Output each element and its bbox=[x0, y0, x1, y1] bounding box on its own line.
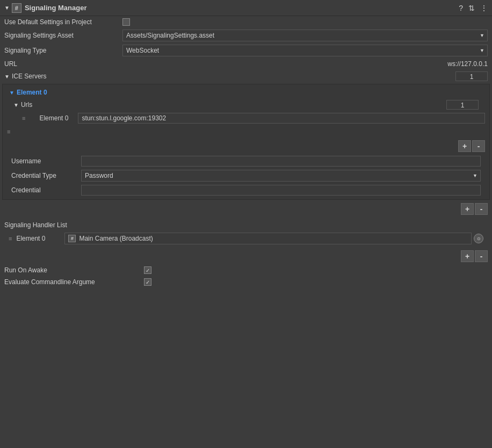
handler-object-picker-button[interactable]: ⊙ bbox=[474, 234, 483, 243]
signaling-manager-panel: ▼ # Signaling Manager ? ⇅ ⋮ Use Default … bbox=[0, 0, 492, 288]
ice-servers-header: ▼ ICE Servers 1 bbox=[0, 70, 492, 83]
ice-servers-arrow-icon[interactable]: ▼ bbox=[4, 74, 10, 80]
credential-row: Credential bbox=[3, 183, 489, 197]
evaluate-checkbox[interactable] bbox=[144, 278, 151, 286]
panel-title: Signaling Manager bbox=[25, 4, 459, 12]
handler-object-icon: # bbox=[68, 235, 76, 242]
url-element0-row: ≡ Element 0 stun:stun.l.google.com:19302 bbox=[3, 111, 489, 125]
urls-count[interactable]: 1 bbox=[446, 100, 479, 110]
signaling-type-dropdown-wrapper: WebSocket bbox=[122, 45, 488, 56]
header-actions: ? ⇅ ⋮ bbox=[459, 4, 488, 12]
ice-remove-button[interactable]: - bbox=[475, 203, 488, 215]
handler-drag-handle-icon: ≡ bbox=[9, 235, 12, 242]
ice-add-button[interactable]: + bbox=[461, 203, 474, 215]
signaling-type-label: Signaling Type bbox=[4, 47, 122, 54]
use-default-row: Use Default Settings in Project bbox=[0, 16, 492, 28]
urls-label: Urls bbox=[21, 101, 53, 109]
credential-input[interactable] bbox=[81, 185, 481, 196]
credential-field bbox=[81, 185, 481, 196]
url-add-button[interactable]: + bbox=[458, 140, 471, 152]
url-row: URL ws://127.0.0.1 bbox=[0, 58, 492, 70]
url-remove-button[interactable]: - bbox=[472, 140, 485, 152]
use-default-checkbox[interactable] bbox=[122, 18, 130, 26]
signaling-type-dropdown[interactable]: WebSocket bbox=[122, 45, 488, 56]
signaling-handler-title: Signaling Handler List bbox=[4, 219, 488, 231]
signaling-handler-section: Signaling Handler List ≡ Element 0 # Mai… bbox=[0, 217, 492, 248]
ice-element0-header: ▼ Element 0 bbox=[3, 86, 489, 98]
panel-header: ▼ # Signaling Manager ? ⇅ ⋮ bbox=[0, 0, 492, 16]
use-default-label: Use Default Settings in Project bbox=[4, 18, 122, 26]
ice-servers-container: ▼ Element 0 ▼ Urls 1 ≡ Element 0 stun:st… bbox=[2, 84, 490, 200]
url-label: URL bbox=[4, 60, 122, 68]
ice-servers-count[interactable]: 1 bbox=[455, 71, 488, 81]
url-btn-row: + - bbox=[3, 138, 489, 154]
signaling-settings-dropdown[interactable]: Assets/SignalingSettings.asset bbox=[122, 30, 488, 41]
username-row: Username bbox=[3, 154, 489, 168]
handler-element0-label: Element 0 bbox=[16, 235, 64, 242]
signaling-type-row: Signaling Type WebSocket bbox=[0, 43, 492, 58]
credential-type-dropdown-wrapper: Password bbox=[81, 170, 481, 182]
handler-element0-object-label: Main Camera (Broadcast) bbox=[79, 235, 153, 242]
url-element0-field: stun:stun.l.google.com:19302 bbox=[78, 113, 485, 124]
username-label: Username bbox=[11, 157, 81, 165]
ice-element0-label: Element 0 bbox=[17, 89, 47, 96]
handler-add-button[interactable]: + bbox=[461, 250, 474, 262]
urls-arrow-icon[interactable]: ▼ bbox=[13, 102, 19, 108]
url-element0-label: Element 0 bbox=[30, 114, 78, 122]
collapse-arrow-icon[interactable]: ▼ bbox=[4, 5, 10, 11]
credential-label: Credential bbox=[11, 186, 81, 194]
evaluate-label: Evaluate Commandline Argume bbox=[4, 278, 144, 286]
signaling-settings-label: Signaling Settings Asset bbox=[4, 32, 122, 39]
credential-type-row: Credential Type Password bbox=[3, 168, 489, 183]
run-on-awake-row: Run On Awake bbox=[0, 264, 492, 276]
element0-arrow-icon[interactable]: ▼ bbox=[9, 90, 15, 96]
handler-remove-button[interactable]: - bbox=[475, 250, 488, 262]
urls-header: ▼ Urls 1 bbox=[3, 98, 489, 111]
url-element0-input[interactable]: stun:stun.l.google.com:19302 bbox=[78, 113, 485, 124]
run-on-awake-checkbox[interactable] bbox=[144, 266, 151, 274]
divider-row: ≡ bbox=[3, 125, 489, 138]
divider-drag-handle-icon: ≡ bbox=[7, 128, 10, 135]
help-icon[interactable]: ? bbox=[459, 4, 463, 12]
component-icon: # bbox=[12, 3, 21, 13]
handler-element0-row: ≡ Element 0 # Main Camera (Broadcast) ⊙ bbox=[4, 231, 488, 246]
username-field bbox=[81, 156, 481, 167]
sliders-icon[interactable]: ⇅ bbox=[468, 4, 475, 12]
signaling-settings-row: Signaling Settings Asset Assets/Signalin… bbox=[0, 28, 492, 43]
more-icon[interactable]: ⋮ bbox=[480, 4, 488, 12]
signaling-settings-dropdown-wrapper: Assets/SignalingSettings.asset bbox=[122, 30, 488, 41]
handler-element0-object-field: # Main Camera (Broadcast) bbox=[64, 233, 472, 244]
run-on-awake-label: Run On Awake bbox=[4, 266, 144, 274]
evaluate-row: Evaluate Commandline Argume bbox=[0, 276, 492, 288]
ice-servers-label: ICE Servers bbox=[12, 73, 455, 80]
credential-type-dropdown[interactable]: Password bbox=[81, 170, 481, 182]
ice-btn-row: + - bbox=[0, 201, 492, 217]
url-element0-drag-handle-icon: ≡ bbox=[22, 115, 25, 121]
username-input[interactable] bbox=[81, 156, 481, 167]
url-value: ws://127.0.0.1 bbox=[122, 60, 488, 68]
credential-type-label: Credential Type bbox=[11, 172, 81, 179]
handler-btn-row: + - bbox=[0, 248, 492, 264]
